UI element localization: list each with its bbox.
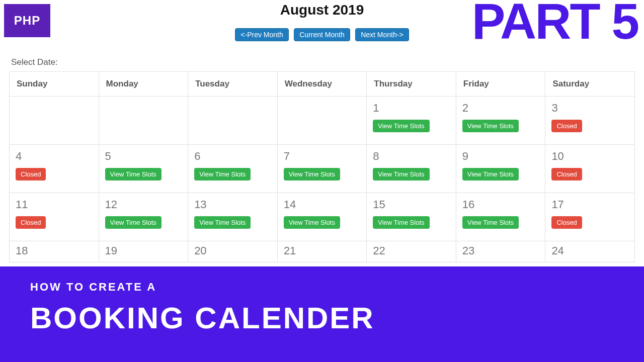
day-number: 17: [551, 198, 628, 211]
overlay-headline: BOOKING CALENDER: [30, 301, 614, 335]
day-number: 3: [551, 102, 628, 115]
calendar-cell: 10Closed: [545, 145, 635, 193]
view-time-slots-button[interactable]: View Time Slots: [373, 168, 429, 180]
part-label: PART 5: [472, 0, 638, 43]
calendar-cell: [10, 97, 99, 145]
calendar-cell: 14View Time Slots: [277, 193, 367, 241]
calendar-cell: 7View Time Slots: [277, 145, 367, 193]
day-header: Tuesday: [188, 72, 278, 97]
day-number: 4: [16, 150, 93, 163]
day-number: 15: [373, 198, 450, 211]
day-number: 8: [373, 150, 450, 163]
view-time-slots-button[interactable]: View Time Slots: [105, 168, 162, 180]
calendar-cell: 12View Time Slots: [99, 193, 188, 241]
calendar-cell: 15View Time Slots: [367, 193, 456, 241]
calendar-cell: 5View Time Slots: [99, 145, 188, 193]
day-number: 18: [16, 244, 93, 257]
select-date-label: Select Date:: [11, 57, 58, 67]
calendar-cell: [99, 97, 188, 145]
calendar-cell: 6View Time Slots: [188, 145, 278, 193]
calendar-cell: 16View Time Slots: [456, 193, 545, 241]
day-number: 24: [551, 244, 628, 257]
calendar-cell: 11Closed: [10, 193, 99, 241]
view-time-slots-button[interactable]: View Time Slots: [373, 120, 429, 132]
view-time-slots-button[interactable]: View Time Slots: [105, 216, 162, 229]
day-number: 13: [194, 198, 271, 211]
calendar-row: 11Closed12View Time Slots13View Time Slo…: [10, 193, 635, 241]
day-number: 16: [462, 198, 539, 211]
day-header: Sunday: [10, 72, 99, 97]
calendar-cell: 20: [188, 241, 278, 262]
calendar-cell: 18: [10, 241, 99, 262]
closed-badge: Closed: [551, 216, 582, 229]
view-time-slots-button[interactable]: View Time Slots: [284, 216, 340, 229]
day-number: 1: [373, 102, 450, 115]
calendar-cell: 4Closed: [10, 145, 99, 193]
day-number: 12: [105, 198, 182, 211]
calendar-cell: 2View Time Slots: [456, 97, 545, 145]
day-number: 5: [105, 150, 182, 163]
closed-badge: Closed: [551, 168, 582, 180]
view-time-slots-button[interactable]: View Time Slots: [284, 168, 340, 180]
view-time-slots-button[interactable]: View Time Slots: [462, 168, 519, 180]
next-month-button[interactable]: Next Month->: [355, 28, 409, 41]
calendar-row: 18192021222324: [10, 241, 635, 262]
day-number: 23: [462, 244, 539, 257]
calendar-cell: [188, 97, 278, 145]
day-number: 7: [284, 150, 361, 163]
day-number: 22: [373, 244, 450, 257]
day-header: Wednesday: [277, 72, 367, 97]
overlay-kicker: HOW TO CREATE A: [30, 281, 614, 294]
title-overlay: HOW TO CREATE A BOOKING CALENDER: [0, 266, 644, 362]
calendar-table: Sunday Monday Tuesday Wednesday Thursday…: [9, 71, 635, 262]
calendar-cell: 24: [545, 241, 635, 262]
calendar-row: 1View Time Slots2View Time Slots3Closed: [10, 97, 635, 145]
calendar-row: 4Closed5View Time Slots6View Time Slots7…: [10, 145, 635, 193]
closed-badge: Closed: [551, 120, 582, 132]
calendar-cell: 8View Time Slots: [367, 145, 456, 193]
view-time-slots-button[interactable]: View Time Slots: [194, 168, 251, 180]
day-header: Friday: [456, 72, 545, 97]
calendar-cell: 22: [367, 241, 456, 262]
view-time-slots-button[interactable]: View Time Slots: [373, 216, 429, 229]
calendar-cell: 9View Time Slots: [456, 145, 545, 193]
calendar-header-row: Sunday Monday Tuesday Wednesday Thursday…: [10, 72, 635, 97]
calendar-cell: [277, 97, 367, 145]
view-time-slots-button[interactable]: View Time Slots: [194, 216, 251, 229]
day-number: 9: [462, 150, 539, 163]
day-number: 11: [16, 198, 93, 211]
closed-badge: Closed: [16, 216, 46, 229]
day-header: Monday: [99, 72, 188, 97]
day-number: 14: [284, 198, 361, 211]
calendar-cell: 13View Time Slots: [188, 193, 278, 241]
day-number: 21: [284, 244, 361, 257]
calendar-cell: 1View Time Slots: [367, 97, 456, 145]
calendar-cell: 3Closed: [545, 97, 635, 145]
day-header: Thursday: [367, 72, 456, 97]
closed-badge: Closed: [16, 168, 46, 180]
current-month-button[interactable]: Current Month: [294, 28, 350, 41]
day-number: 19: [105, 244, 182, 257]
prev-month-button[interactable]: <-Prev Month: [235, 28, 288, 41]
day-number: 10: [551, 150, 628, 163]
calendar-cell: 17Closed: [545, 193, 635, 241]
view-time-slots-button[interactable]: View Time Slots: [462, 120, 519, 132]
calendar-cell: 19: [99, 241, 188, 262]
calendar-cell: 23: [456, 241, 545, 262]
day-number: 6: [194, 150, 271, 163]
day-header: Saturday: [545, 72, 635, 97]
calendar-cell: 21: [277, 241, 367, 262]
day-number: 20: [194, 244, 271, 257]
view-time-slots-button[interactable]: View Time Slots: [462, 216, 519, 229]
day-number: 2: [462, 102, 539, 115]
